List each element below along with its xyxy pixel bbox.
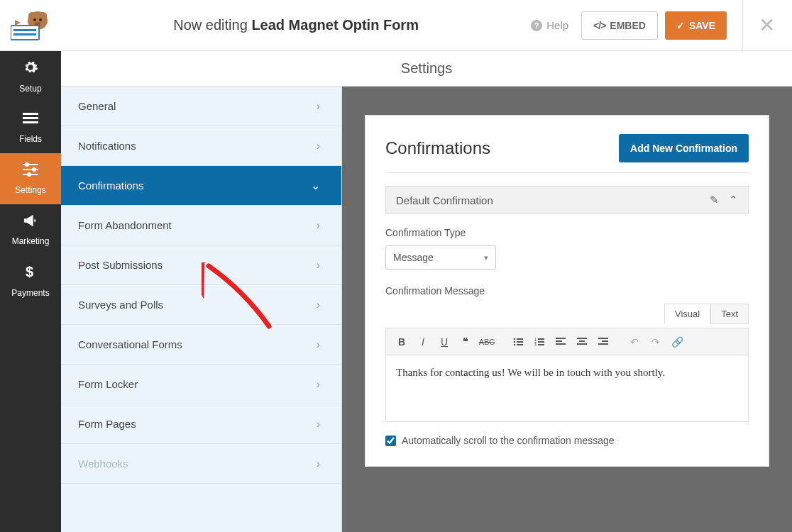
svg-rect-36 [577, 343, 587, 345]
check-icon: ✓ [676, 20, 685, 31]
chevron-icon: › [317, 338, 320, 351]
svg-rect-34 [577, 338, 587, 339]
align-left-button[interactable] [551, 332, 571, 352]
editing-title: Now editing Lead Magnet Optin Form [61, 17, 531, 33]
svg-text:$: $ [26, 264, 33, 279]
svg-rect-33 [556, 343, 566, 345]
bullet-list-button[interactable] [508, 332, 528, 352]
svg-rect-9 [23, 113, 38, 115]
section-title: Settings [61, 51, 792, 87]
editor-toolbar: B I U ❝ ABC 123 [386, 328, 748, 355]
type-select[interactable]: Message ▾ [385, 245, 496, 270]
confirmations-panel: Confirmations Add New Confirmation Defau… [365, 115, 769, 467]
svg-point-13 [25, 162, 29, 167]
rail-fields[interactable]: Fields [0, 102, 61, 153]
blockquote-button[interactable]: ❝ [456, 332, 475, 352]
svg-rect-22 [517, 341, 523, 343]
underline-button[interactable]: U [434, 332, 454, 352]
svg-point-17 [27, 172, 31, 177]
message-label: Confirmation Message [385, 285, 749, 297]
redo-button[interactable]: ↷ [646, 332, 666, 352]
left-rail: SetupFieldsSettingsMarketing$Payments [0, 51, 61, 532]
settings-item-post-submissions[interactable]: Post Submissions› [61, 245, 341, 285]
settings-item-form-abandonment[interactable]: Form Abandonment› [61, 206, 341, 245]
chevron-icon: › [317, 100, 320, 113]
italic-button[interactable]: I [413, 332, 433, 352]
svg-rect-20 [517, 338, 523, 340]
svg-rect-37 [598, 338, 608, 339]
settings-item-form-pages[interactable]: Form Pages› [61, 404, 341, 444]
divider [385, 172, 749, 173]
settings-item-form-locker[interactable]: Form Locker› [61, 365, 341, 404]
svg-point-4 [39, 18, 42, 21]
message-editor[interactable]: Thanks for contacting us! We will be in … [386, 355, 748, 421]
svg-point-21 [514, 340, 516, 343]
chevron-icon: › [317, 219, 320, 232]
help-icon: ? [531, 20, 542, 31]
chevron-icon: › [317, 140, 320, 153]
app-logo [0, 0, 61, 51]
chevron-icon: › [317, 378, 320, 391]
chevron-icon: ⌄ [311, 179, 320, 192]
link-button[interactable]: 🔗 [667, 332, 687, 352]
align-right-button[interactable] [593, 332, 613, 352]
align-center-button[interactable] [572, 332, 592, 352]
svg-point-23 [514, 343, 516, 345]
chevron-icon: › [317, 299, 320, 311]
chevron-down-icon: ▾ [484, 253, 488, 262]
svg-point-2 [40, 12, 47, 19]
edit-icon[interactable]: ✎ [710, 194, 719, 206]
strikethrough-button[interactable]: ABC [477, 332, 497, 352]
svg-rect-24 [517, 344, 523, 345]
tab-text[interactable]: Text [710, 304, 749, 324]
svg-rect-8 [13, 33, 36, 35]
collapse-icon[interactable]: ⌃ [729, 194, 738, 206]
undo-button[interactable]: ↶ [625, 332, 644, 352]
autoscroll-label: Automatically scroll to the confirmation… [402, 435, 615, 446]
chevron-icon: › [317, 259, 320, 272]
save-button[interactable]: ✓ SAVE [665, 11, 727, 40]
accordion-header[interactable]: Default Confirmation ✎ ⌃ [385, 186, 749, 214]
svg-rect-39 [598, 343, 608, 345]
rail-settings[interactable]: Settings [0, 153, 61, 204]
type-label: Confirmation Type [385, 227, 749, 238]
settings-item-notifications[interactable]: Notifications› [61, 126, 341, 166]
chevron-icon: › [317, 418, 320, 431]
svg-rect-32 [556, 340, 562, 342]
settings-item-surveys-and-polls[interactable]: Surveys and Polls› [61, 285, 341, 325]
help-link[interactable]: ? Help [531, 19, 568, 31]
rail-marketing[interactable]: Marketing [0, 204, 61, 255]
list-icon [23, 111, 38, 130]
autoscroll-row[interactable]: Automatically scroll to the confirmation… [385, 435, 749, 446]
embed-button[interactable]: </> EMBED [581, 11, 658, 40]
numbered-list-button[interactable]: 123 [529, 332, 549, 352]
accordion-title: Default Confirmation [396, 194, 493, 206]
settings-menu: General›Notifications›Confirmations⌄Form… [61, 87, 342, 532]
svg-point-1 [28, 12, 35, 19]
settings-item-webhooks[interactable]: Webhooks› [61, 444, 341, 484]
settings-item-general[interactable]: General› [61, 87, 341, 126]
megaphone-icon [23, 214, 38, 232]
settings-item-conversational-forms[interactable]: Conversational Forms› [61, 325, 341, 365]
svg-point-3 [33, 18, 36, 21]
tab-visual[interactable]: Visual [664, 304, 710, 324]
bold-button[interactable]: B [392, 332, 412, 352]
svg-rect-35 [579, 340, 585, 342]
svg-rect-6 [11, 26, 39, 40]
svg-rect-10 [23, 117, 38, 119]
svg-point-15 [32, 167, 36, 172]
rail-payments[interactable]: $Payments [0, 255, 61, 306]
rail-setup[interactable]: Setup [0, 51, 61, 102]
settings-item-confirmations[interactable]: Confirmations⌄ [61, 166, 341, 206]
svg-rect-30 [538, 344, 544, 345]
close-button[interactable]: ✕ [742, 0, 778, 51]
preview-canvas: Confirmations Add New Confirmation Defau… [342, 87, 792, 532]
autoscroll-checkbox[interactable] [385, 436, 396, 446]
code-icon: </> [593, 20, 605, 31]
chevron-icon: › [317, 458, 320, 470]
svg-rect-11 [23, 121, 38, 123]
svg-rect-38 [602, 340, 608, 342]
dollar-icon: $ [26, 264, 35, 284]
add-confirmation-button[interactable]: Add New Confirmation [619, 134, 749, 162]
svg-rect-26 [538, 338, 544, 340]
